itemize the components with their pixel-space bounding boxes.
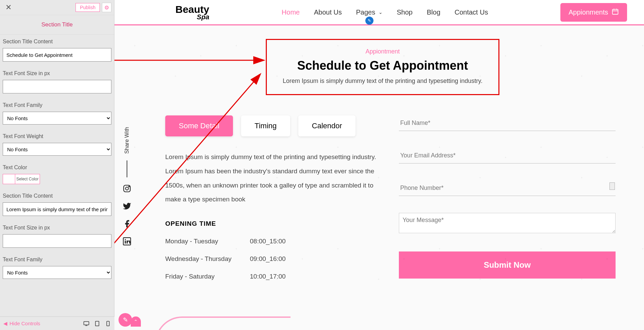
site-header: Beauty Spa Home About Us Pages ✎ Shop Bl… bbox=[114, 0, 644, 25]
float-edit-icon[interactable]: ✎ bbox=[119, 313, 132, 327]
chevron-left-icon: ◀ bbox=[3, 321, 7, 327]
font-weight-select[interactable]: No Fonts bbox=[3, 143, 111, 156]
hours-day: Monday - Tuesday bbox=[165, 238, 250, 245]
svg-point-13 bbox=[125, 239, 126, 240]
desc-content-label: Section Title Content bbox=[3, 193, 111, 199]
svg-rect-0 bbox=[84, 322, 89, 325]
phone-input[interactable] bbox=[399, 180, 616, 196]
color-swatch[interactable] bbox=[3, 174, 15, 184]
font-size-input-2[interactable] bbox=[3, 234, 111, 248]
font-weight-label: Text Font Weight bbox=[3, 133, 111, 139]
hero-section: Appiontment Schedule to Get Appointment … bbox=[266, 39, 499, 95]
color-picker[interactable]: Select Color bbox=[3, 174, 40, 184]
sidebar-header: ✕ Publish ⚙ bbox=[0, 0, 114, 15]
share-divider bbox=[127, 160, 127, 177]
tablet-icon[interactable] bbox=[94, 321, 100, 327]
main-nav: Home About Us Pages ✎ Shop Blog Contact … bbox=[282, 8, 488, 16]
nav-blog[interactable]: Blog bbox=[427, 8, 440, 16]
preview-area: Beauty Spa Home About Us Pages ✎ Shop Bl… bbox=[114, 0, 644, 330]
svg-rect-12 bbox=[125, 241, 126, 244]
facebook-icon[interactable] bbox=[123, 219, 131, 230]
hours-row: Friday - Saturday 10:00_17:00 bbox=[165, 273, 382, 280]
description-text: Lorem Ipsum is simply dummy text of the … bbox=[165, 150, 382, 206]
font-family-label-2: Text Font Family bbox=[3, 257, 111, 263]
hours-time: 08:00_15:00 bbox=[250, 238, 286, 245]
publish-button[interactable]: Publish bbox=[76, 3, 100, 12]
font-size-label-2: Text Font Size in px bbox=[3, 225, 111, 231]
hours-time: 10:00_17:00 bbox=[250, 273, 286, 280]
share-with-label: Share With bbox=[124, 127, 130, 154]
nav-home[interactable]: Home bbox=[282, 8, 300, 16]
svg-rect-2 bbox=[95, 321, 99, 326]
nav-pages[interactable]: Pages ✎ bbox=[356, 8, 382, 16]
scroll-top-icon[interactable]: ⌃ bbox=[131, 316, 141, 327]
nav-about[interactable]: About Us bbox=[314, 8, 342, 16]
linkedin-icon[interactable] bbox=[123, 237, 131, 248]
appointment-button[interactable]: Appionments bbox=[560, 3, 627, 22]
tab-timing[interactable]: Timing bbox=[241, 115, 290, 136]
text-color-label: Text Color bbox=[3, 164, 111, 171]
select-color-button[interactable]: Select Color bbox=[15, 174, 40, 184]
svg-rect-1 bbox=[85, 325, 87, 326]
edit-badge-icon[interactable]: ✎ bbox=[365, 17, 373, 25]
desc-content-input[interactable] bbox=[3, 202, 111, 216]
hours-row: Wednesday - Thursday 09:00_16:00 bbox=[165, 255, 382, 263]
title-content-input[interactable] bbox=[3, 48, 111, 62]
svg-rect-3 bbox=[107, 321, 109, 326]
site-logo[interactable]: Beauty Spa bbox=[175, 5, 209, 20]
calendar-icon bbox=[611, 8, 619, 17]
nav-pages-label: Pages bbox=[356, 8, 375, 16]
page-content: Appiontment Schedule to Get Appointment … bbox=[114, 25, 644, 330]
instagram-icon[interactable] bbox=[123, 184, 131, 195]
number-spinner-icon[interactable] bbox=[609, 182, 615, 190]
svg-point-9 bbox=[126, 187, 129, 190]
sidebar-footer: ◀ Hide Controls bbox=[0, 316, 114, 330]
font-family-select-2[interactable]: No Fonts bbox=[3, 266, 111, 279]
font-size-label: Text Font Size in px bbox=[3, 70, 111, 76]
mobile-icon[interactable] bbox=[105, 321, 111, 327]
hours-row: Monday - Tuesday 08:00_15:00 bbox=[165, 238, 382, 245]
tab-calendar[interactable]: Calendor bbox=[298, 115, 356, 136]
svg-rect-4 bbox=[613, 9, 618, 14]
opening-time-title: OPENING TIME bbox=[165, 220, 382, 227]
hours-day: Friday - Saturday bbox=[165, 273, 250, 280]
hours-day: Wednesday - Thursday bbox=[165, 255, 250, 263]
tabs: Some Detail Timing Calendor bbox=[165, 115, 382, 136]
hide-controls-label: Hide Controls bbox=[9, 321, 40, 326]
hide-controls-button[interactable]: ◀ Hide Controls bbox=[3, 321, 40, 327]
submit-button[interactable]: Submit Now bbox=[399, 251, 616, 279]
title-content-label: Section Title Content bbox=[3, 39, 111, 45]
full-name-input[interactable] bbox=[399, 115, 616, 131]
close-icon[interactable]: ✕ bbox=[3, 3, 14, 12]
twitter-icon[interactable] bbox=[123, 202, 131, 213]
desktop-icon[interactable] bbox=[83, 321, 89, 327]
nav-shop[interactable]: Shop bbox=[397, 8, 413, 16]
decorative-curve bbox=[155, 316, 291, 330]
customizer-sidebar: ✕ Publish ⚙ Section Title Section Title … bbox=[0, 0, 114, 330]
hero-title: Schedule to Get Appointment bbox=[280, 59, 485, 73]
hero-eyebrow: Appiontment bbox=[280, 48, 485, 55]
font-size-input[interactable] bbox=[3, 80, 111, 93]
sidebar-controls: Section Title Content Text Font Size in … bbox=[0, 35, 114, 317]
nav-contact[interactable]: Contact Us bbox=[455, 8, 488, 16]
gear-icon[interactable]: ⚙ bbox=[102, 3, 111, 12]
font-family-select[interactable]: No Fonts bbox=[3, 112, 111, 125]
font-family-label: Text Font Family bbox=[3, 102, 111, 108]
appointment-button-label: Appionments bbox=[568, 8, 608, 16]
hours-time: 09:00_16:00 bbox=[250, 255, 286, 263]
section-title-tab[interactable]: Section Title bbox=[0, 15, 114, 35]
message-textarea[interactable] bbox=[399, 213, 616, 233]
email-input[interactable] bbox=[399, 148, 616, 163]
tab-detail[interactable]: Some Detail bbox=[165, 115, 233, 136]
hero-subtitle: Lorem Ipsum is simply dummy text of the … bbox=[280, 78, 485, 85]
share-column: Share With bbox=[123, 127, 131, 248]
svg-point-10 bbox=[129, 186, 129, 187]
